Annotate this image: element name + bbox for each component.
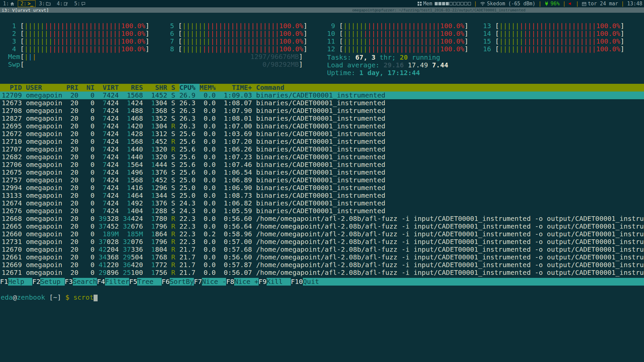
cell-ni: 0 <box>83 153 95 161</box>
table-row[interactable]: 12827omegapoin200742414681352S26.30.01:0… <box>0 115 644 122</box>
cell-cpu: 25.6 <box>179 138 196 145</box>
fkey-f5[interactable]: F5 <box>129 278 137 286</box>
cell-cmd: binaries/CADET00001_instrumented <box>256 138 644 145</box>
table-row[interactable]: 12710omegapoin200742415681452R25.60.01:0… <box>0 138 644 145</box>
fkey-f9[interactable]: F9 <box>259 278 267 286</box>
cell-mem: 0.0 <box>200 122 216 130</box>
workspace-button-2[interactable]: 2:>_ <box>18 0 36 7</box>
workspace-button-3[interactable]: 3: <box>36 0 53 7</box>
fkey-f1[interactable]: F1 <box>0 278 8 286</box>
wifi-label: Skedom (-65 dBm) <box>487 1 536 7</box>
cell-cmd: /home/omegapoint/afl-2.08b/afl-fuzz -i i… <box>256 238 644 246</box>
table-row[interactable]: 12672omegapoin200742414281312S25.60.01:0… <box>0 130 644 138</box>
cell-s: R <box>171 122 175 130</box>
cell-pid: 12668 <box>2 215 22 223</box>
fkey-f8[interactable]: F8 <box>226 278 234 286</box>
cell-res: 1464 <box>123 192 143 199</box>
process-table: PIDUSERPRINIVIRTRESSHRSCPU%MEM%TIME+Comm… <box>0 84 644 277</box>
memory-meter <box>435 2 471 5</box>
cell-mem: 0.0 <box>200 169 216 176</box>
table-row[interactable]: 12674omegapoin200742414921376S24.30.01:0… <box>0 199 644 207</box>
table-row[interactable]: 12682omegapoin200742414401320S25.60.01:0… <box>0 153 644 161</box>
table-row[interactable]: 12731omegapoin20037028320761796R22.30.00… <box>0 238 644 246</box>
cell-cmd: /home/omegapoint/afl-2.08b/afl-fuzz -i i… <box>256 223 644 230</box>
table-row[interactable]: 12707omegapoin200742414401320R25.60.01:0… <box>0 145 644 153</box>
cell-user: omegapoin <box>26 269 62 277</box>
table-row[interactable]: 12675omegapoin200742414961376S25.60.01:0… <box>0 169 644 176</box>
cpu-meter-column: 13[||||||||||||||||||||||||100.0%]14[|||… <box>483 22 627 53</box>
table-row[interactable]: 12665omegapoin20037452326761796R22.30.00… <box>0 223 644 230</box>
cell-res: 32676 <box>123 223 143 230</box>
cell-res: 185M <box>123 230 143 238</box>
shell-prompt[interactable]: eda@zenbook [~] $ scrot <box>1 294 98 301</box>
cell-time: 1:08.73 <box>220 192 252 199</box>
fkey-label-nice-+[interactable]: Nice + <box>234 278 258 286</box>
table-row[interactable]: 12661omegapoin20034368295041768R21.70.00… <box>0 253 644 261</box>
fkey-f6[interactable]: F6 <box>162 278 170 286</box>
cell-s: R <box>171 145 175 153</box>
window-title: omegapoint@opfuzzer: ~/fuzzing/test1_201… <box>352 8 526 12</box>
cell-cmd: binaries/CADET00001_instrumented <box>256 199 644 207</box>
text-segment: Load average: <box>327 61 384 69</box>
table-row[interactable]: 13133omegapoin200742414641344S25.00.01:0… <box>0 192 644 199</box>
volume-indicator <box>569 2 573 6</box>
fkey-label-kill[interactable]: Kill <box>267 278 291 286</box>
cell-shr: 1320 <box>147 145 167 153</box>
table-row[interactable]: 12994omegapoin200742414161296S25.00.01:0… <box>0 184 644 192</box>
fkey-label-quit[interactable]: Quit <box>303 278 327 286</box>
fkey-f3[interactable]: F3 <box>65 278 73 286</box>
table-row[interactable]: 12671omegapoin20029896251001756R21.70.00… <box>0 269 644 277</box>
cell-virt: 7424 <box>99 176 119 184</box>
cpu-meter-5: 5[||||||||||||||||||||||||100.0%] <box>166 22 310 30</box>
cell-cpu: 21.7 <box>179 246 196 253</box>
column-header-cmd: Command <box>256 84 644 92</box>
cell-virt: 7424 <box>99 138 119 145</box>
table-row[interactable]: 12706omegapoin200742415641444S25.60.01:0… <box>0 161 644 169</box>
cell-cmd: /home/omegapoint/afl-2.08b/afl-fuzz -i i… <box>256 230 644 238</box>
cell-cpu: 25.6 <box>179 145 196 153</box>
table-row[interactable]: 12708omegapoin200742414881368S26.30.01:0… <box>0 107 644 115</box>
cell-pid: 12660 <box>2 230 22 238</box>
i3-titlebar: i3: V[urxvt urxvt] omegapoint@opfuzzer: … <box>0 7 644 13</box>
cell-pri: 20 <box>66 207 78 215</box>
text-segment: Uptime: <box>327 69 359 77</box>
fkey-label-help[interactable]: Help <box>8 278 32 286</box>
cell-ni: 0 <box>83 169 95 176</box>
table-row[interactable]: 12660omegapoin200189M185M1864R22.30.20:5… <box>0 230 644 238</box>
table-row[interactable]: 12676omegapoin200742414041288S24.30.01:0… <box>0 207 644 215</box>
workspace-button-5[interactable]: 5: <box>71 0 88 7</box>
fkey-f2[interactable]: F2 <box>32 278 40 286</box>
table-row[interactable]: 12709omegapoin200742415681452S26.90.01:0… <box>0 92 644 99</box>
separator: | <box>474 1 477 7</box>
cell-cmd: /home/omegapoint/afl-2.08b/afl-fuzz -i i… <box>256 269 644 277</box>
cell-s: R <box>171 215 175 223</box>
table-row[interactable]: 12670omegapoin20042204373361804R21.70.00… <box>0 246 644 253</box>
wifi-indicator: Skedom (-65 dBm) <box>480 1 536 7</box>
table-row[interactable]: 12669omegapoin20041220364201772R21.70.00… <box>0 261 644 269</box>
cell-ni: 0 <box>83 223 95 230</box>
table-row[interactable]: 12668omegapoin20039328344241780R22.30.00… <box>0 215 644 223</box>
text-segment: $ <box>65 293 73 301</box>
fkey-f10[interactable]: F10 <box>291 278 303 286</box>
table-row[interactable]: 12673omegapoin200742414241304S26.30.01:0… <box>0 99 644 107</box>
cell-res: 25100 <box>123 269 143 277</box>
fkey-f7[interactable]: F7 <box>194 278 202 286</box>
fkey-label-sortby[interactable]: SortBy <box>170 278 194 286</box>
workspace-button-4[interactable]: 4: <box>54 0 71 7</box>
cell-mem: 0.0 <box>200 115 216 122</box>
workspace-button-1[interactable]: 1: <box>0 0 17 7</box>
cell-res: 1568 <box>123 176 143 184</box>
fkey-f4[interactable]: F4 <box>97 278 105 286</box>
fkey-label-setup[interactable]: Setup <box>40 278 64 286</box>
fkey-label-tree[interactable]: Tree <box>137 278 161 286</box>
cell-time: 1:06.82 <box>220 199 252 207</box>
text-cursor[interactable] <box>94 295 98 301</box>
fkey-label-nice--[interactable]: Nice - <box>202 278 226 286</box>
fkey-label-search[interactable]: Search <box>73 278 97 286</box>
table-row[interactable]: 12757omegapoin200742415681452S25.00.01:0… <box>0 176 644 184</box>
cell-time: 0:56.60 <box>220 215 252 223</box>
cell-res: 1568 <box>123 92 143 99</box>
cell-cpu: 25.6 <box>179 153 196 161</box>
fkey-label-filter[interactable]: Filter <box>105 278 129 286</box>
table-row[interactable]: 12695omegapoin200742414201304R26.30.01:0… <box>0 122 644 130</box>
